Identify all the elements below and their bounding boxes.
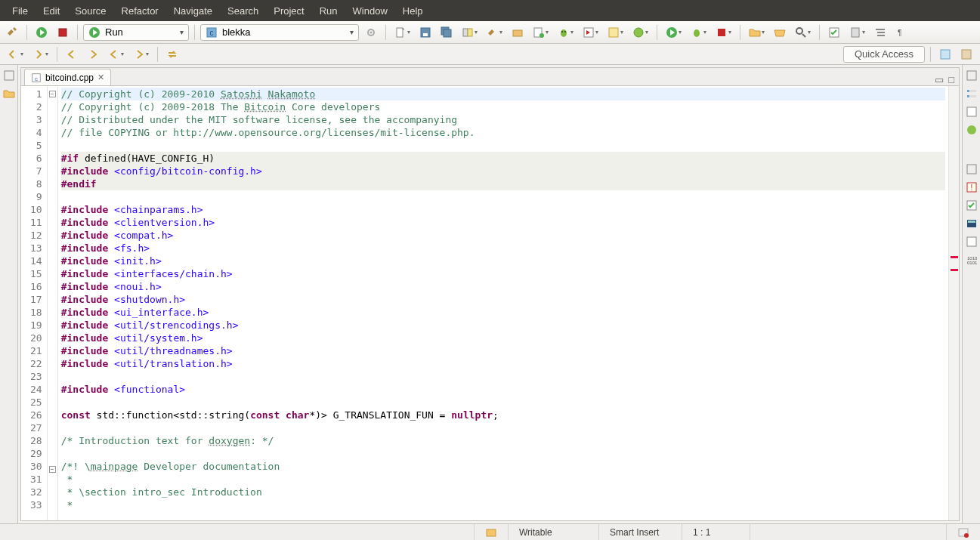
coverage-icon[interactable]: ▾ [604, 24, 626, 41]
menu-window[interactable]: Window [345, 2, 395, 20]
properties-icon[interactable] [966, 236, 978, 248]
hammer-icon[interactable] [3, 24, 21, 41]
toggle-icon[interactable]: ▾ [459, 24, 481, 41]
svg-rect-33 [941, 50, 950, 59]
build-icon[interactable]: ▾ [484, 24, 505, 41]
bookmark-icon[interactable]: ▾ [846, 24, 868, 41]
maximize-icon[interactable]: □ [948, 74, 954, 85]
workspace: c bitcoind.cpp ✕ ▭ □ 1234567891011121314… [0, 65, 980, 523]
status-cursor-pos: 1 : 1 [682, 524, 750, 540]
code-editor[interactable]: 1234567891011121314151617181920212223242… [21, 86, 959, 520]
svg-point-22 [634, 28, 643, 37]
svg-rect-21 [609, 28, 618, 37]
code-content[interactable]: // Copyright (c) 2009-2010 Satoshi Nakam… [58, 86, 948, 520]
save-all-icon[interactable] [437, 24, 456, 41]
debug-icon[interactable]: ▾ [555, 24, 577, 41]
svg-rect-13 [468, 29, 472, 36]
open-folder-icon[interactable] [771, 24, 789, 41]
build-target-icon[interactable] [509, 24, 527, 41]
outline-view-icon[interactable] [966, 88, 978, 100]
task-icon[interactable] [825, 24, 843, 41]
minimize-icon[interactable]: ▭ [935, 74, 944, 85]
restore-view-icon[interactable] [966, 69, 978, 82]
svg-point-56 [964, 533, 969, 538]
forward-icon[interactable] [84, 46, 102, 63]
menu-help[interactable]: Help [395, 2, 431, 20]
step-back-icon[interactable]: ▾ [5, 46, 26, 63]
problems-icon[interactable]: ! [966, 181, 978, 193]
svg-rect-25 [718, 29, 725, 36]
chevron-down-icon: ▾ [180, 28, 184, 36]
run-green-icon[interactable]: ▾ [663, 24, 685, 41]
separator [194, 25, 195, 40]
perspective-cpp-icon[interactable] [936, 46, 954, 63]
run-button[interactable] [32, 24, 51, 41]
run-last-icon[interactable]: ▾ [580, 24, 601, 41]
svg-point-6 [370, 31, 373, 33]
menu-file[interactable]: File [5, 2, 36, 20]
project-explorer-icon[interactable] [3, 88, 15, 100]
tasks-icon[interactable] [966, 199, 978, 211]
separator [385, 25, 386, 40]
project-combo[interactable]: c blekka ▾ [200, 24, 359, 41]
binary-icon[interactable]: 10100101 [966, 254, 978, 266]
menu-edit[interactable]: Edit [36, 2, 67, 20]
task-list-icon[interactable] [966, 106, 978, 118]
svg-text:0101: 0101 [967, 261, 978, 265]
svg-rect-45 [967, 165, 976, 174]
back-menu-icon[interactable]: ▾ [105, 46, 127, 63]
new-folder-icon[interactable]: ▾ [746, 24, 768, 41]
overview-ruler[interactable] [948, 86, 959, 520]
folding-column[interactable]: −− [48, 86, 58, 520]
svg-text:c: c [210, 29, 214, 37]
new-class-icon[interactable]: ▾ [530, 24, 552, 41]
chevron-down-icon: ▾ [350, 28, 354, 36]
svg-point-17 [561, 29, 567, 37]
console-icon[interactable] [966, 218, 978, 230]
swap-icon[interactable] [163, 46, 181, 63]
profile-icon[interactable]: ▾ [629, 24, 651, 41]
svg-rect-41 [967, 95, 969, 97]
restore-view-icon[interactable] [3, 69, 15, 82]
svg-point-44 [967, 125, 976, 134]
forward-menu-icon[interactable]: ▾ [130, 46, 152, 63]
svg-rect-54 [487, 529, 496, 536]
menu-source[interactable]: Source [67, 2, 113, 20]
separator [740, 25, 740, 40]
separator [77, 25, 78, 40]
save-icon[interactable] [416, 24, 434, 41]
separator [819, 25, 820, 40]
menu-navigate[interactable]: Navigate [166, 2, 220, 20]
build-targets-icon[interactable] [966, 124, 978, 136]
svg-rect-42 [970, 95, 976, 97]
close-icon[interactable]: ✕ [97, 73, 104, 82]
new-icon[interactable]: ▾ [391, 24, 413, 41]
restore-view-icon[interactable] [966, 163, 978, 175]
perspective-open-icon[interactable] [957, 46, 975, 63]
menu-search[interactable]: Search [220, 2, 266, 20]
step-fwd-icon[interactable]: ▾ [29, 46, 51, 63]
svg-rect-38 [967, 71, 976, 80]
quick-access-field[interactable]: Quick Access [843, 46, 925, 63]
search-icon[interactable]: ▾ [792, 24, 814, 41]
outline-icon[interactable] [871, 24, 889, 41]
stop-button[interactable] [54, 24, 72, 41]
menu-bar: FileEditSourceRefactorNavigateSearchProj… [0, 0, 980, 21]
editor-tab[interactable]: c bitcoind.cpp ✕ [24, 69, 111, 85]
menu-refactor[interactable]: Refactor [114, 2, 166, 20]
debug-green-icon[interactable]: ▾ [688, 24, 709, 41]
gear-icon[interactable] [362, 24, 380, 41]
run-config-combo[interactable]: Run ▾ [83, 24, 189, 41]
pin-icon[interactable]: ¶ [892, 24, 910, 41]
ext-tool-icon[interactable]: ▾ [713, 24, 734, 41]
svg-rect-12 [463, 29, 468, 36]
svg-rect-7 [397, 28, 403, 37]
svg-rect-35 [5, 71, 14, 80]
status-tip-icon[interactable] [946, 524, 980, 540]
right-trim: ! 10100101 [962, 65, 980, 523]
back-icon[interactable] [63, 46, 81, 63]
menu-run[interactable]: Run [312, 2, 345, 20]
svg-rect-14 [513, 30, 522, 36]
main-toolbar: Run ▾ c blekka ▾ ▾ ▾ ▾ ▾ ▾ ▾ ▾ ▾ ▾ ▾ ▾ ▾… [0, 21, 980, 44]
menu-project[interactable]: Project [266, 2, 311, 20]
